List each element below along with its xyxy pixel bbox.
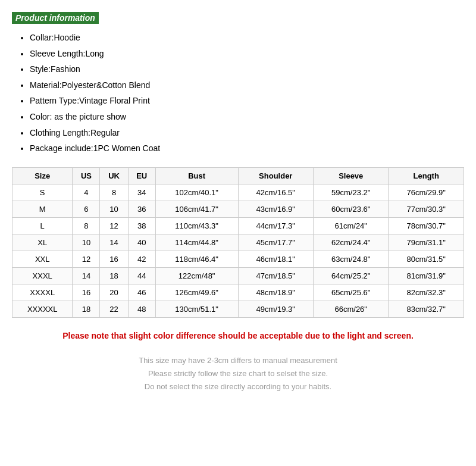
- table-cell: 48: [128, 301, 155, 317]
- size-note-line: This size may have 2-3cm differs to manu…: [12, 354, 464, 367]
- table-cell: 48cm/18.9": [238, 284, 313, 301]
- table-column-header: UK: [100, 167, 128, 184]
- info-list-item: Clothing Length:Regular: [30, 125, 464, 141]
- info-list-item: Pattern Type:Vintage Floral Print: [30, 93, 464, 109]
- table-column-header: Bust: [155, 167, 238, 184]
- table-cell: 66cm/26": [314, 301, 389, 317]
- table-column-header: Shoulder: [238, 167, 313, 184]
- table-cell: 20: [100, 284, 128, 301]
- table-cell: XXXXL: [12, 284, 73, 301]
- table-cell: 59cm/23.2": [314, 184, 389, 201]
- table-cell: 47cm/18.5": [238, 267, 313, 284]
- table-cell: 122cm/48": [155, 267, 238, 284]
- size-note-line: Please strictly follow the size chart to…: [12, 367, 464, 380]
- table-cell: 65cm/25.6": [314, 284, 389, 301]
- table-cell: 10: [100, 201, 128, 217]
- table-cell: 79cm/31.1": [389, 234, 464, 251]
- table-cell: 76cm/29.9": [389, 184, 464, 201]
- table-cell: 82cm/32.3": [389, 284, 464, 301]
- table-cell: 44cm/17.3": [238, 217, 313, 234]
- size-note-line: Do not select the size directly accordin…: [12, 380, 464, 393]
- table-cell: 42cm/16.5": [238, 184, 313, 201]
- table-row: XXXXL162046126cm/49.6"48cm/18.9"65cm/25.…: [12, 284, 464, 301]
- info-list-item: Package include:1PC Women Coat: [30, 140, 464, 157]
- table-cell: 43cm/16.9": [238, 201, 313, 217]
- table-cell: 16: [100, 251, 128, 267]
- table-column-header: EU: [128, 167, 155, 184]
- table-cell: 34: [128, 184, 155, 201]
- table-cell: 114cm/44.8": [155, 234, 238, 251]
- table-cell: 62cm/24.4": [314, 234, 389, 251]
- table-cell: S: [12, 184, 73, 201]
- table-cell: 78cm/30.7": [389, 217, 464, 234]
- table-cell: 83cm/32.7": [389, 301, 464, 317]
- info-list-item: Style:Fashion: [30, 61, 464, 77]
- table-cell: 40: [128, 234, 155, 251]
- table-cell: 22: [100, 301, 128, 317]
- table-cell: 61cm/24": [314, 217, 389, 234]
- table-cell: 42: [128, 251, 155, 267]
- info-list-item: Sleeve Length:Long: [30, 46, 464, 62]
- table-cell: L: [12, 217, 73, 234]
- table-cell: 38: [128, 217, 155, 234]
- table-cell: 46: [128, 284, 155, 301]
- table-cell: 46cm/18.1": [238, 251, 313, 267]
- product-info-header: Product information: [12, 12, 99, 24]
- color-difference-note: Please note that slight color difference…: [12, 330, 464, 342]
- table-cell: 106cm/41.7": [155, 201, 238, 217]
- table-cell: 36: [128, 201, 155, 217]
- table-column-header: US: [73, 167, 100, 184]
- table-column-header: Sleeve: [314, 167, 389, 184]
- table-cell: 18: [73, 301, 100, 317]
- table-cell: 16: [73, 284, 100, 301]
- info-list-item: Material:Polyester&Cotton Blend: [30, 77, 464, 93]
- table-cell: 126cm/49.6": [155, 284, 238, 301]
- table-column-header: Size: [12, 167, 73, 184]
- table-cell: XXL: [12, 251, 73, 267]
- table-cell: 49cm/19.3": [238, 301, 313, 317]
- table-cell: 45cm/17.7": [238, 234, 313, 251]
- table-header-row: SizeUSUKEUBustShoulderSleeveLength: [12, 167, 464, 184]
- table-column-header: Length: [389, 167, 464, 184]
- table-cell: XXXL: [12, 267, 73, 284]
- product-info-section: Product information Collar:HoodieSleeve …: [12, 12, 464, 393]
- table-row: XXXXXL182248130cm/51.1"49cm/19.3"66cm/26…: [12, 301, 464, 317]
- table-cell: 12: [73, 251, 100, 267]
- info-list: Collar:HoodieSleeve Length:LongStyle:Fas…: [12, 30, 464, 157]
- table-cell: 60cm/23.6": [314, 201, 389, 217]
- table-row: XL101440114cm/44.8"45cm/17.7"62cm/24.4"7…: [12, 234, 464, 251]
- info-list-item: Color: as the picture show: [30, 109, 464, 125]
- table-cell: 8: [100, 184, 128, 201]
- table-header: SizeUSUKEUBustShoulderSleeveLength: [12, 167, 464, 184]
- table-cell: 4: [73, 184, 100, 201]
- table-cell: XL: [12, 234, 73, 251]
- table-cell: M: [12, 201, 73, 217]
- table-cell: 12: [100, 217, 128, 234]
- size-note: This size may have 2-3cm differs to manu…: [12, 354, 464, 393]
- table-cell: 64cm/25.2": [314, 267, 389, 284]
- table-cell: 44: [128, 267, 155, 284]
- table-cell: 80cm/31.5": [389, 251, 464, 267]
- size-chart-table: SizeUSUKEUBustShoulderSleeveLength S4834…: [12, 167, 464, 318]
- table-cell: XXXXXL: [12, 301, 73, 317]
- table-row: L81238110cm/43.3"44cm/17.3"61cm/24"78cm/…: [12, 217, 464, 234]
- table-cell: 118cm/46.4": [155, 251, 238, 267]
- table-cell: 77cm/30.3": [389, 201, 464, 217]
- table-cell: 10: [73, 234, 100, 251]
- table-cell: 81cm/31.9": [389, 267, 464, 284]
- table-cell: 63cm/24.8": [314, 251, 389, 267]
- table-row: M61036106cm/41.7"43cm/16.9"60cm/23.6"77c…: [12, 201, 464, 217]
- table-cell: 130cm/51.1": [155, 301, 238, 317]
- table-cell: 110cm/43.3": [155, 217, 238, 234]
- table-row: XXL121642118cm/46.4"46cm/18.1"63cm/24.8"…: [12, 251, 464, 267]
- table-row: XXXL141844122cm/48"47cm/18.5"64cm/25.2"8…: [12, 267, 464, 284]
- table-cell: 102cm/40.1": [155, 184, 238, 201]
- table-cell: 6: [73, 201, 100, 217]
- table-cell: 14: [73, 267, 100, 284]
- table-cell: 18: [100, 267, 128, 284]
- table-body: S4834102cm/40.1"42cm/16.5"59cm/23.2"76cm…: [12, 184, 464, 317]
- table-cell: 8: [73, 217, 100, 234]
- table-cell: 14: [100, 234, 128, 251]
- table-row: S4834102cm/40.1"42cm/16.5"59cm/23.2"76cm…: [12, 184, 464, 201]
- info-list-item: Collar:Hoodie: [30, 30, 464, 46]
